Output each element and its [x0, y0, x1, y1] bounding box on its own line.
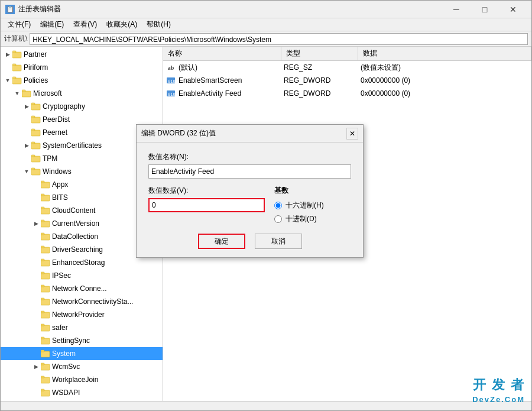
dialog-body: 数值名称(N): 数值数据(V): 基数 十六进制(H) [137, 143, 363, 257]
dialog-buttons: 确定 取消 [148, 234, 351, 249]
hex-label: 十六进制(H) [286, 200, 324, 211]
dec-radio-item[interactable]: 十进制(D) [274, 214, 351, 224]
dialog-right-section: 基数 十六进制(H) 十进制(D) [274, 186, 351, 224]
dialog-title-bar: 编辑 DWORD (32 位)值 ✕ [137, 125, 363, 143]
name-label: 数值名称(N): [148, 152, 351, 162]
dialog-overlay: 编辑 DWORD (32 位)值 ✕ 数值名称(N): 数值数据(V): 基数 … [0, 0, 532, 411]
dec-label: 十进制(D) [286, 214, 317, 224]
data-label: 数值数据(V): [148, 186, 265, 196]
dialog-close-button[interactable]: ✕ [346, 128, 358, 140]
base-label: 基数 [274, 186, 351, 196]
cancel-button[interactable]: 取消 [255, 234, 302, 249]
dialog-data-row: 数值数据(V): 基数 十六进制(H) 十进制(D) [148, 186, 351, 224]
base-radio-group: 十六进制(H) 十进制(D) [274, 200, 351, 224]
dec-radio[interactable] [274, 215, 282, 223]
data-input[interactable] [148, 198, 265, 212]
edit-dword-dialog: 编辑 DWORD (32 位)值 ✕ 数值名称(N): 数值数据(V): 基数 … [136, 124, 364, 258]
dialog-title: 编辑 DWORD (32 位)值 [141, 128, 346, 138]
hex-radio-item[interactable]: 十六进制(H) [274, 200, 351, 211]
confirm-button[interactable]: 确定 [198, 234, 245, 249]
name-input[interactable] [148, 164, 351, 179]
hex-radio[interactable] [274, 202, 282, 209]
dialog-left-section: 数值数据(V): [148, 186, 265, 224]
